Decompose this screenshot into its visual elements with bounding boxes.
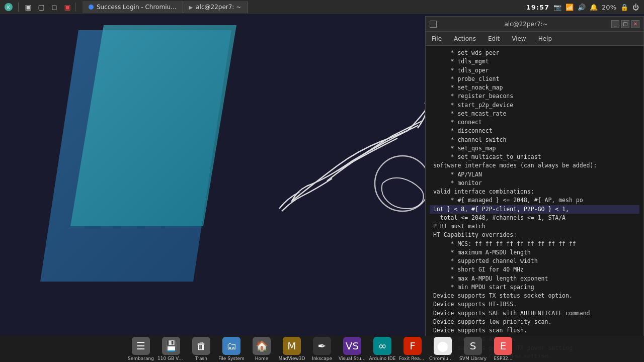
dock-item[interactable]: 🏠Home <box>248 337 275 361</box>
taskbar-separator-1 <box>18 3 19 12</box>
terminal-line: * #{ managed } <= 2048, #{ AP, mesh po <box>430 196 639 205</box>
terminal-line: Device supports HT-IBSS. <box>430 300 639 309</box>
lock-icon: 🔒 <box>620 4 628 11</box>
notification-icon: 🔔 <box>590 4 598 11</box>
dock-item[interactable]: 💾110 GB Volu... <box>157 337 185 361</box>
dock-icon: ☰ <box>132 337 150 355</box>
terminal-menu-view[interactable]: View <box>510 34 528 43</box>
terminal-content[interactable]: * set_wds_peer * tdls_mgmt * tdls_oper *… <box>426 46 643 357</box>
terminal-line: * supported channel width <box>430 257 639 265</box>
dock-label: Inkscape <box>312 356 332 361</box>
tab-chromium-label: Success Login - Chromiu... <box>97 4 177 11</box>
terminal-menu-file[interactable]: File <box>430 34 444 43</box>
terminal-window: alc@22per7:~ _ □ ✕ File Actions Edit Vie… <box>425 16 644 358</box>
taskbar-separator-2 <box>75 3 75 12</box>
dock-label: MadView3D <box>278 356 305 361</box>
terminal-line: * register_beacons <box>430 92 639 101</box>
terminal-line: * maximum A-MSDU length <box>430 248 639 257</box>
terminal-titlebar: alc@22per7:~ _ □ ✕ <box>426 17 643 32</box>
dock-label: Arduino IDE <box>369 356 396 361</box>
dock-icon: E <box>494 337 512 355</box>
terminal-window-controls: _ □ ✕ <box>611 20 639 28</box>
taskbar-right-tray: 19:57 📷 📶 🔊 🔔 20% 🔒 ⏻ <box>526 4 644 11</box>
terminal-line: * connect <box>430 118 639 127</box>
dock-icon: M <box>283 337 301 355</box>
dock-item[interactable]: SSVM Library <box>459 337 487 361</box>
taskbar-icon-3[interactable]: ◻ <box>49 2 60 13</box>
tab-chromium[interactable]: Success Login - Chromiu... <box>83 1 183 13</box>
dock-icon: S <box>464 337 482 355</box>
dock-item[interactable]: ∞Arduino IDE <box>369 337 396 361</box>
desktop: K ▣ ▢ ◻ ▣ Success Login - Chromiu... ▶ a… <box>0 0 644 362</box>
battery-display: 20% <box>602 4 616 11</box>
terminal-title: alc@22per7:~ <box>441 21 611 28</box>
terminal-line: * AP/VLAN <box>430 170 639 179</box>
dock-icon: 🏠 <box>253 337 271 355</box>
power-icon: ⏻ <box>632 4 639 11</box>
taskbar-icon-1[interactable]: ▣ <box>23 2 34 13</box>
terminal-line: Device supports low priority scan. <box>430 318 639 326</box>
terminal-menu-help[interactable]: Help <box>536 34 554 43</box>
terminal-line: * start_p2p_device <box>430 101 639 110</box>
dock-icon: ∞ <box>373 337 391 355</box>
terminal-line: * tdls_mgmt <box>430 57 639 66</box>
terminal-line: Device supports TX status socket option. <box>430 292 639 300</box>
taskbar-bottom-dock: ☰Sembarang💾110 GB Volu...🗑Trash🗂File Sys… <box>0 336 644 362</box>
terminal-close-button[interactable]: ✕ <box>631 20 639 28</box>
tab-terminal-label: alc@22per7: ~ <box>196 4 241 11</box>
terminal-line: * set_qos_map <box>430 144 639 153</box>
terminal-line: * disconnect <box>430 127 639 135</box>
dock-label: SVM Library <box>459 356 487 361</box>
dock-item[interactable]: VSVisual Studi... <box>339 337 366 361</box>
terminal-line: * short GI for 40 MHz <box>430 265 639 274</box>
terminal-line: * monitor <box>430 179 639 188</box>
terminal-line: * tdls_oper <box>430 66 639 75</box>
terminal-line: Device supports scan flush. <box>430 326 639 335</box>
dock-item[interactable]: ☰Sembarang <box>127 337 154 361</box>
dock-label: 110 GB Volu... <box>157 356 185 361</box>
dock-item[interactable]: ✒Inkscape <box>308 337 336 361</box>
terminal-line: * max A-MPDU length exponent <box>430 275 639 283</box>
dock-label: Foxit Reader <box>399 356 426 361</box>
terminal-menu-actions[interactable]: Actions <box>452 34 478 43</box>
tab-terminal[interactable]: ▶ alc@22per7: ~ <box>183 1 248 13</box>
dock-label: Home <box>255 356 269 361</box>
dock-item[interactable]: 🗂File System <box>218 337 245 361</box>
dock-label: Sembarang <box>128 356 154 361</box>
terminal-checkbox[interactable] <box>430 21 437 28</box>
terminal-menu-edit[interactable]: Edit <box>486 34 502 43</box>
terminal-line: * probe_client <box>430 75 639 83</box>
dock-label: Trash <box>195 356 207 361</box>
dock-item[interactable]: FFoxit Reader <box>399 337 426 361</box>
terminal-maximize-button[interactable]: □ <box>621 20 629 28</box>
terminal-line: * MCS: ff ff ff ff ff ff ff ff ff ff <box>430 240 639 248</box>
terminal-line: total <= 2048, #channels <= 1, STA/A <box>430 214 639 222</box>
volume-icon: 🔊 <box>578 4 586 11</box>
dock-icon: 💾 <box>162 337 180 355</box>
clock-display: 19:57 <box>526 4 549 11</box>
dock-item[interactable]: EESP32... <box>490 337 517 361</box>
dock-icon: F <box>404 337 422 355</box>
terminal-line: * min MPDU start spacing <box>430 283 639 292</box>
dock-label: Chromium ... <box>429 356 456 361</box>
terminal-line: * channel_switch <box>430 136 639 144</box>
dock-label: Visual Studi... <box>339 356 366 361</box>
dock-item[interactable]: ⬤Chromium ... <box>429 337 456 361</box>
dock-icon: 🗂 <box>222 337 240 355</box>
terminal-line: int } < 8, #{ P2P-client, P2P-GO } < 1, <box>430 205 639 214</box>
taskbar-top: K ▣ ▢ ◻ ▣ Success Login - Chromiu... ▶ a… <box>0 0 644 14</box>
dock-item[interactable]: 🗑Trash <box>188 337 215 361</box>
dock-label: ESP32... <box>494 356 513 361</box>
terminal-minimize-button[interactable]: _ <box>611 20 619 28</box>
dock-icon: ✒ <box>313 337 331 355</box>
terminal-line: * set_noack_map <box>430 83 639 92</box>
dock-item[interactable]: MMadView3D <box>278 337 305 361</box>
chromium-icon <box>89 5 94 10</box>
taskbar-tabs: Success Login - Chromiu... ▶ alc@22per7:… <box>77 1 526 13</box>
taskbar-icon-2[interactable]: ▢ <box>36 2 47 13</box>
terminal-line: software interface modes (can always be … <box>430 161 639 170</box>
dock-icon: VS <box>343 337 361 355</box>
taskbar-icon-4[interactable]: ▣ <box>62 2 73 13</box>
terminal-line: valid interface combinations: <box>430 188 639 196</box>
kali-menu-icon[interactable]: K <box>3 2 14 13</box>
